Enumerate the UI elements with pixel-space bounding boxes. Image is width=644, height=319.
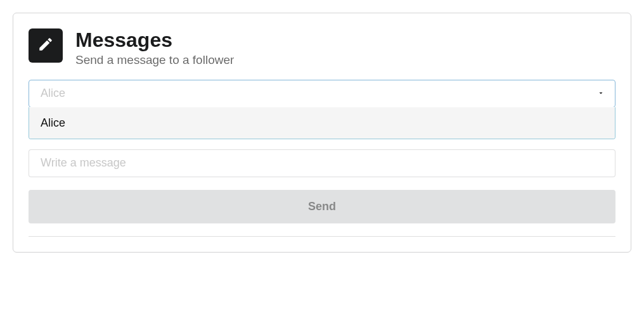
page-title: Messages <box>75 28 234 52</box>
pencil-icon-box <box>29 28 63 63</box>
dropdown-placeholder: Alice <box>41 87 65 100</box>
messages-card: Messages Send a message to a follower Al… <box>13 13 631 253</box>
chevron-down-icon <box>597 88 605 99</box>
page-subtitle: Send a message to a follower <box>75 53 234 67</box>
dropdown-menu: Alice <box>29 107 615 139</box>
pencil-icon <box>37 36 54 55</box>
recipient-dropdown[interactable]: Alice Alice <box>29 80 615 108</box>
send-button[interactable]: Send <box>29 190 615 223</box>
dropdown-option-alice[interactable]: Alice <box>29 108 615 139</box>
header-text: Messages Send a message to a follower <box>75 28 234 67</box>
card-header: Messages Send a message to a follower <box>29 28 615 67</box>
message-input[interactable] <box>41 156 603 170</box>
message-input-wrap <box>29 149 615 177</box>
divider <box>29 236 615 237</box>
